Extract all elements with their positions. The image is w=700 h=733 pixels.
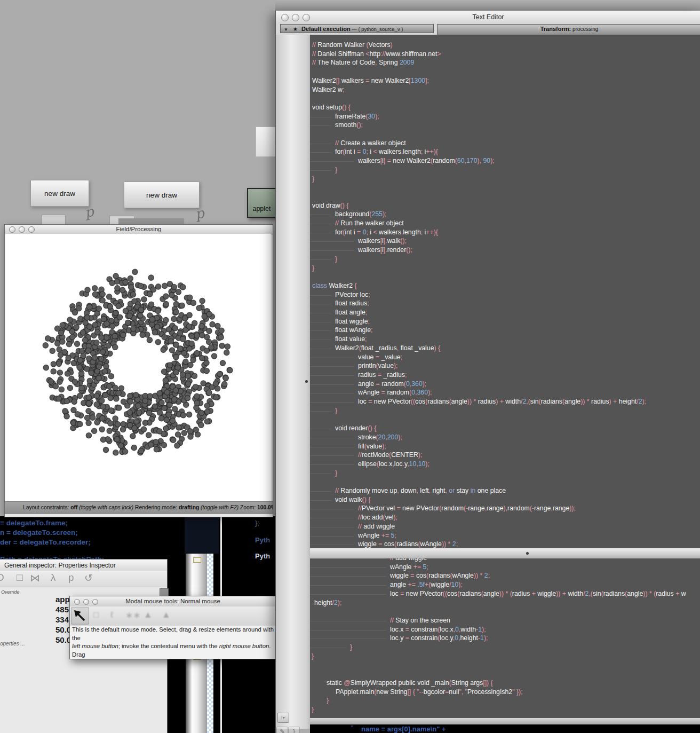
processing-canvas[interactable] — [5, 234, 271, 501]
code-line: void draw() { — [312, 202, 348, 209]
terminal-code-line: Pyth — [255, 536, 270, 544]
code-line: // Random Walker (Vectors) — [312, 41, 393, 49]
divider-handle-dot[interactable] — [526, 552, 529, 555]
connect-icon[interactable]: ⋈ — [30, 572, 40, 584]
code-line: radius = _radius; — [358, 371, 407, 379]
indent-guide — [310, 509, 354, 509]
applet-label: applet — [252, 205, 271, 212]
indent-guide — [310, 585, 386, 586]
tab-default-execution[interactable]: ▼ ★ Default execution — ( python_source_… — [280, 24, 434, 33]
code-line: wAngle += 5; — [358, 532, 396, 539]
editor-titlebar[interactable]: Text Editor — [276, 11, 700, 24]
console-text: name = args[0].name\n" + — [361, 725, 446, 733]
indent-guide — [310, 438, 354, 438]
mousetools-titlebar[interactable]: Modal mouse tools: Normal mouse — [70, 596, 276, 607]
inspector-titlebar[interactable]: General inspector: Properties Inspector — [0, 559, 167, 571]
code-line: stroke(20,200); — [358, 434, 402, 441]
text-editor-window: Text Editor ▼ ★ Default execution — ( py… — [275, 11, 700, 733]
background-window-strip — [275, 0, 700, 11]
pen-tool-icon[interactable]: ℓ — [110, 610, 114, 620]
indent-guide — [310, 233, 331, 233]
tab-transform-processing[interactable]: Transform: processing — [437, 24, 700, 35]
editor-window-title: Text Editor — [276, 13, 700, 21]
code-line: } — [335, 255, 337, 263]
description-line: left mouse button; invoke the contextual… — [72, 642, 275, 659]
editor-bottom-console: " name = args[0].name\n" + — [310, 724, 700, 733]
terminal-code-line: = delegateTo.frame; — [0, 519, 68, 527]
indent-guide — [310, 447, 354, 447]
resize-handle[interactable] — [160, 588, 169, 596]
code-line: PApplet.main(new String[] { "--bgcolor=n… — [336, 688, 523, 696]
inspector-footer: operties ... — [0, 641, 25, 647]
code-line: void render() { — [335, 424, 376, 432]
code-line: height/2); — [314, 599, 341, 606]
indent-guide — [310, 304, 331, 304]
code-line: loc = new PVector((cos(radians(angle)) *… — [358, 398, 646, 405]
applet-box[interactable]: applet p — [247, 188, 276, 218]
code-line: println(value); — [358, 362, 398, 369]
tab1-suffix: — ( python_source_v ) — [351, 26, 403, 32]
code-line: class Walker2 { — [312, 282, 357, 289]
indent-guide — [310, 366, 354, 367]
description-line: the canvas itself with the middle mouse … — [72, 659, 275, 659]
rect-tool-icon[interactable]: □ — [93, 610, 99, 620]
indent-guide — [310, 313, 331, 313]
indent-guide — [310, 259, 331, 260]
code-line: for(int i = 0; i < walkers.length; i++){ — [335, 228, 438, 236]
dots-tool-icon[interactable]: ∗∗ — [125, 610, 141, 621]
code-line: void setup() { — [312, 104, 351, 111]
star-icon: ★ — [293, 26, 298, 32]
normal-mouse-tool-button[interactable] — [71, 607, 89, 625]
new-draw-box-1[interactable]: new draw p — [30, 180, 89, 207]
code-line: loc.y = constrain(loc.y,0,height-1); — [390, 634, 488, 642]
partial-box-top — [256, 127, 276, 157]
code-line: } — [335, 469, 337, 477]
desktop: { "desktop": { "bg": "#acacac", "new_dra… — [0, 0, 700, 733]
terminal-code-line: n = delegateTo.screen; — [0, 529, 78, 537]
hand-tool-button[interactable]: ☞ — [277, 713, 289, 723]
shape2-tool-icon[interactable]: ▲ — [162, 610, 171, 620]
code-line: } — [335, 407, 337, 414]
code-line: float value; — [335, 335, 367, 343]
editor-left-margin: ☞ ✎ } — [276, 35, 310, 729]
code-line: wAngle += 5; — [390, 563, 428, 571]
arc-icon[interactable]: Ɔ — [0, 572, 4, 584]
new-draw-box-2[interactable]: new draw p — [124, 182, 200, 208]
pen-tool-button[interactable]: ✎ — [276, 727, 288, 733]
new-draw-label: new draw — [44, 190, 75, 198]
code-pane-lower[interactable]: // add wigglewAngle += 5;wiggle = cos(ra… — [310, 558, 700, 718]
indent-guide — [310, 358, 354, 358]
inspector-title: General inspector: Properties Inspector — [4, 562, 116, 569]
field-titlebar[interactable]: Field/Processing — [5, 225, 273, 234]
code-pane-upper[interactable]: // Random Walker (Vectors)// Daniel Shif… — [310, 35, 700, 548]
yellow-chip-1[interactable] — [193, 557, 201, 563]
indent-guide — [310, 349, 331, 349]
code-line: // add wiggle — [390, 558, 427, 562]
indent-guide — [310, 500, 331, 501]
code-line: void walk() { — [335, 496, 370, 503]
rotate-icon[interactable]: ↺ — [84, 572, 93, 584]
p-icon[interactable]: p — [68, 572, 74, 584]
pane-divider[interactable] — [310, 548, 700, 559]
indent-guide — [310, 224, 331, 224]
field-processing-window: Field/Processing Layout constraints: off… — [4, 224, 273, 517]
tab2-bold: Transform: — [540, 26, 571, 32]
partial-strip-1 — [118, 218, 184, 224]
indent-guide — [310, 117, 331, 117]
indent-guide — [310, 241, 354, 242]
rect-icon[interactable]: □ — [17, 572, 22, 584]
lambda-icon[interactable]: λ — [51, 572, 56, 584]
navy-block — [185, 515, 219, 554]
code-line: // The Nature of Code, Spring 2009 — [312, 59, 414, 66]
brace-tool-button[interactable]: } — [288, 727, 300, 733]
mousetools-description: This is the default mouse mode. Select, … — [72, 626, 275, 659]
mousetools-toolbar: □ℓ∗∗▲▲ — [70, 606, 276, 626]
code-line: Walker2[] walkers = new Walker2[1300]; — [312, 77, 429, 84]
pane-handle-dot[interactable] — [305, 380, 308, 383]
indent-guide — [310, 536, 354, 537]
p-marker-icon: p — [83, 203, 96, 221]
code-line: } — [312, 175, 314, 183]
code-line: Walker2 w; — [312, 86, 344, 93]
shape-tool-icon[interactable]: ▲ — [144, 610, 153, 620]
indent-guide — [310, 322, 331, 322]
